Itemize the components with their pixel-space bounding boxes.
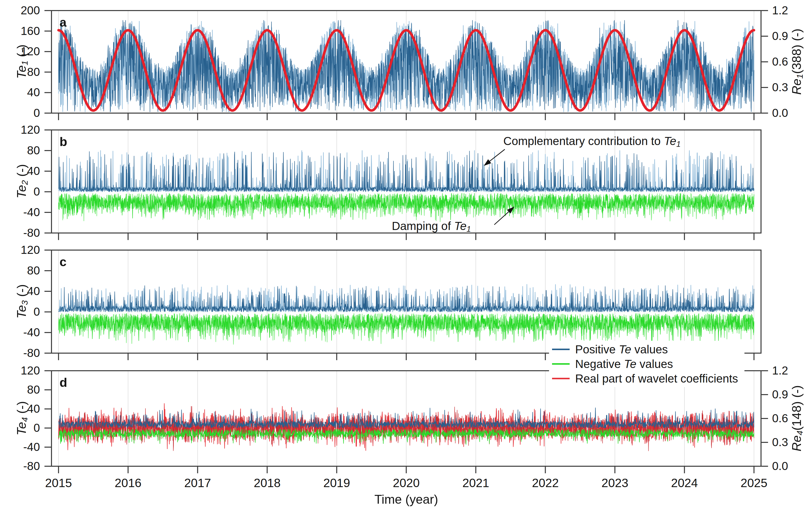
- label-segment: Re: [790, 79, 804, 95]
- label-segment: 1: [795, 74, 805, 79]
- y-axis-title-d: Te4 (-): [15, 343, 29, 494]
- label-segment: Te: [14, 422, 29, 436]
- label-segment: Positive: [575, 343, 619, 356]
- label-segment: Te: [454, 219, 466, 233]
- label-segment: Real part of wavelet coefficients: [575, 372, 738, 385]
- label-segment: (388) (-): [790, 29, 804, 74]
- label-segment: (-): [14, 45, 29, 60]
- panel-letter-c: c: [60, 255, 66, 268]
- label-segment: Te: [624, 357, 636, 371]
- x-tick-label-2019: 2019: [309, 477, 365, 489]
- label-segment: Te: [619, 343, 631, 356]
- legend-item-0: Positive Te values: [575, 344, 668, 355]
- x-tick-label-2018: 2018: [240, 477, 295, 489]
- legend-swatch-0: [552, 349, 570, 350]
- labels-layer: Time (year) 200160120804001.20.90.60.30.…: [0, 0, 812, 515]
- label-segment: (-): [14, 284, 29, 300]
- legend-item-1: Negative Te values: [575, 358, 673, 370]
- panel-letter-b: b: [60, 135, 67, 148]
- x-tick-label-2017: 2017: [170, 477, 225, 489]
- x-tick-label-2023: 2023: [587, 477, 642, 489]
- label-segment: Negative: [575, 357, 624, 371]
- x-tick-label-2025: 2025: [726, 477, 782, 489]
- label-segment: 1: [20, 60, 29, 65]
- x-tick-label-2022: 2022: [518, 477, 573, 489]
- panel-letter-d: d: [60, 376, 67, 389]
- legend-swatch-2: [552, 378, 570, 379]
- x-tick-label-2021: 2021: [448, 477, 503, 489]
- label-segment: (-): [14, 401, 29, 417]
- label-segment: 4: [795, 431, 805, 435]
- x-tick-label-2024: 2024: [657, 477, 712, 489]
- label-segment: Re: [790, 435, 804, 452]
- label-segment: (148) (-): [790, 385, 804, 431]
- label-segment: Te: [14, 305, 29, 319]
- label-segment: Te: [14, 185, 29, 198]
- x-tick-label-2015: 2015: [31, 477, 86, 489]
- label-segment: 2: [20, 180, 29, 185]
- label-segment: 1: [466, 225, 471, 234]
- right-axis-title-a: Re1(388) (-): [790, 0, 804, 137]
- label-segment: (-): [14, 164, 29, 180]
- annotation-damping: Damping of Te1: [392, 220, 471, 233]
- right-axis-title-d: Re4(148) (-): [790, 343, 804, 494]
- label-segment: Te: [14, 65, 29, 79]
- annotation-complementary: Complementary contribution to Te1: [503, 135, 680, 148]
- label-segment: values: [636, 357, 673, 371]
- legend-swatch-1: [552, 363, 570, 365]
- label-segment: 4: [20, 417, 29, 422]
- label-segment: 1: [676, 140, 680, 148]
- label-segment: 3: [20, 300, 29, 305]
- x-tick-label-2016: 2016: [100, 477, 156, 489]
- x-axis-title: Time (year): [331, 493, 482, 506]
- label-segment: values: [631, 343, 668, 356]
- wavelet-decomposition-figure: Time (year) 200160120804001.20.90.60.30.…: [0, 0, 812, 515]
- panel-letter-a: a: [60, 16, 66, 29]
- label-segment: Te: [664, 134, 676, 147]
- label-segment: Damping of: [392, 219, 454, 233]
- legend-item-2: Real part of wavelet coefficients: [575, 373, 738, 384]
- x-tick-label-2020: 2020: [379, 477, 434, 489]
- label-segment: Complementary contribution to: [503, 134, 664, 147]
